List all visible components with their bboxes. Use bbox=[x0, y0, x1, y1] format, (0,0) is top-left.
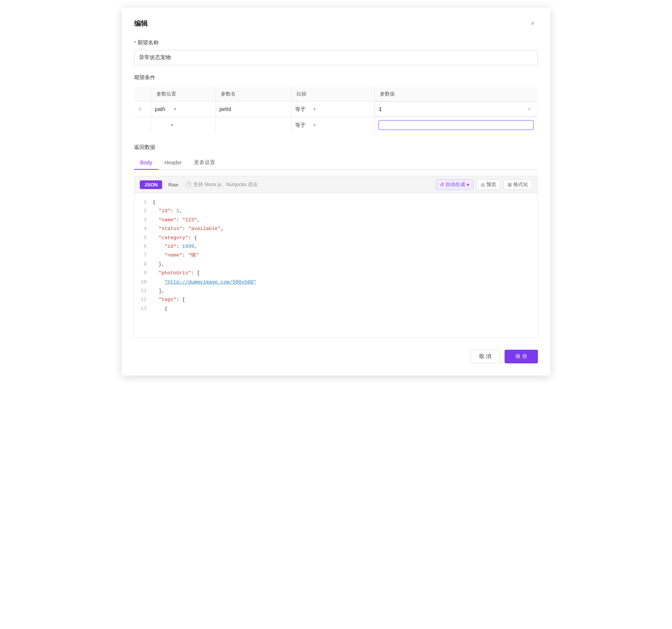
drag-handle-cell: ≡ bbox=[134, 102, 151, 117]
code-line: 3 "name": "123", bbox=[134, 216, 538, 224]
code-line: 10 "http://dummyimage.com/500x500" bbox=[134, 278, 538, 286]
chevron-down-icon: ▾ bbox=[171, 122, 173, 128]
dialog-title: 编辑 bbox=[134, 19, 148, 28]
info-icon: ? bbox=[186, 182, 192, 188]
param-name-cell[interactable] bbox=[216, 102, 291, 117]
line-num: 9 bbox=[134, 269, 153, 277]
tab-body[interactable]: Body bbox=[134, 156, 158, 170]
auto-gen-button[interactable]: ↺ 自动生成 ▾ bbox=[436, 179, 474, 190]
col-pos-header: 参数位置 bbox=[151, 87, 216, 102]
value-cell-2[interactable] bbox=[375, 117, 538, 133]
line-num: 3 bbox=[134, 216, 153, 224]
position-cell[interactable]: path query ▾ bbox=[151, 117, 216, 133]
compare-cell[interactable]: 等于 不等于 ▾ bbox=[291, 117, 375, 133]
line-content: { bbox=[153, 304, 538, 313]
chevron-down-icon: ▾ bbox=[313, 122, 316, 128]
chevron-down-icon: ▾ bbox=[313, 106, 316, 112]
code-line: 5 "category": { bbox=[134, 233, 538, 242]
line-content: "name": "123", bbox=[153, 216, 538, 224]
name-field-group: * 期望名称 bbox=[134, 39, 538, 65]
table-row: path query ▾ 等于 不等于 ▾ bbox=[134, 117, 538, 133]
tabs-bar: Body Header 更多设置 bbox=[134, 156, 538, 170]
chevron-down-icon: ▾ bbox=[467, 182, 469, 188]
cancel-button[interactable]: 取 消 bbox=[470, 350, 500, 363]
col-value-header: 参数值 bbox=[375, 87, 538, 102]
line-num: 5 bbox=[134, 233, 153, 242]
close-icon: × bbox=[531, 20, 535, 28]
save-button[interactable]: 保 存 bbox=[505, 350, 538, 363]
line-num: 8 bbox=[134, 260, 153, 269]
line-content: ], bbox=[153, 286, 538, 295]
line-num: 13 bbox=[134, 304, 153, 313]
code-line: 8 }, bbox=[134, 260, 538, 269]
line-content: "id": 1999, bbox=[153, 242, 538, 251]
line-content: }, bbox=[153, 260, 538, 269]
code-line: 12 "tags": [ bbox=[134, 295, 538, 304]
format-icon: ⊞ bbox=[508, 182, 512, 188]
compare-cell[interactable]: 等于 不等于 包含 ▾ bbox=[291, 102, 375, 117]
line-content: "http://dummyimage.com/500x500" bbox=[153, 278, 538, 286]
col-compare-header: 比较 bbox=[291, 87, 375, 102]
code-line: 2 "id": 1, bbox=[134, 207, 538, 215]
json-button[interactable]: JSON bbox=[140, 180, 162, 189]
toolbar-right: ↺ 自动生成 ▾ ◎ 预览 ⊞ 格式化 bbox=[436, 179, 532, 190]
dialog-header: 编辑 × bbox=[134, 18, 538, 29]
compare-select[interactable]: 等于 不等于 包含 bbox=[295, 106, 311, 112]
line-num: 1 bbox=[134, 198, 153, 207]
line-content: { bbox=[153, 198, 538, 207]
code-line: 1 { bbox=[134, 198, 538, 207]
line-num: 4 bbox=[134, 224, 153, 233]
conditions-label: 期望条件 bbox=[134, 74, 538, 81]
refresh-icon: ↺ bbox=[440, 182, 444, 188]
chevron-down-icon: ▾ bbox=[174, 106, 176, 112]
line-num: 6 bbox=[134, 242, 153, 251]
mock-hint: ? 支持 Mock.js、Nunjucks 语法 bbox=[186, 181, 258, 188]
param-name-cell[interactable] bbox=[216, 117, 291, 133]
line-num: 2 bbox=[134, 207, 153, 215]
format-button[interactable]: ⊞ 格式化 bbox=[503, 179, 532, 190]
name-input[interactable] bbox=[134, 50, 538, 65]
edit-dialog: 编辑 × * 期望名称 期望条件 参数位置 参数名 比较 参数值 bbox=[122, 8, 550, 376]
param-name-input-2[interactable] bbox=[219, 122, 287, 128]
position-select[interactable]: path query header body bbox=[155, 106, 172, 112]
code-toolbar: JSON Raw ? 支持 Mock.js、Nunjucks 语法 ↺ 自动生成… bbox=[134, 176, 538, 193]
code-editor-wrapper: JSON Raw ? 支持 Mock.js、Nunjucks 语法 ↺ 自动生成… bbox=[134, 176, 538, 338]
code-line: 11 ], bbox=[134, 286, 538, 295]
line-num: 7 bbox=[134, 251, 153, 260]
code-area[interactable]: 1 { 2 "id": 1, 3 "name": "123", 4 "statu… bbox=[134, 193, 538, 337]
drag-handle-icon[interactable]: ≡ bbox=[138, 106, 142, 112]
dialog-footer: 取 消 保 存 bbox=[134, 350, 538, 363]
value-cell[interactable]: × bbox=[375, 102, 538, 117]
return-data-label: 返回数据 bbox=[134, 144, 538, 151]
code-line: 4 "status": "available", bbox=[134, 224, 538, 233]
remove-row-button[interactable]: × bbox=[525, 105, 533, 113]
drag-handle-cell bbox=[134, 117, 151, 133]
param-name-input[interactable] bbox=[219, 106, 287, 112]
tab-header[interactable]: Header bbox=[158, 156, 188, 170]
code-line: 9 "photoUrls": [ bbox=[134, 269, 538, 277]
line-num: 12 bbox=[134, 295, 153, 304]
line-num: 10 bbox=[134, 278, 153, 286]
preview-button[interactable]: ◎ 预览 bbox=[477, 179, 500, 190]
compare-select-2[interactable]: 等于 不等于 bbox=[295, 122, 311, 128]
required-star: * bbox=[134, 40, 136, 46]
code-line: 6 "id": 1999, bbox=[134, 242, 538, 251]
line-content: "category": { bbox=[153, 233, 538, 242]
conditions-table: 参数位置 参数名 比较 参数值 ≡ path query header bbox=[134, 86, 538, 133]
return-data-section: 返回数据 Body Header 更多设置 JSON Raw ? 支持 Mock… bbox=[134, 144, 538, 338]
line-num: 11 bbox=[134, 286, 153, 295]
code-line: 13 { bbox=[134, 304, 538, 313]
param-value-input[interactable] bbox=[379, 106, 523, 112]
position-cell[interactable]: path query header body ▾ bbox=[151, 102, 216, 117]
line-content: "status": "available", bbox=[153, 224, 538, 233]
table-row: ≡ path query header body ▾ bbox=[134, 102, 538, 117]
tab-more-settings[interactable]: 更多设置 bbox=[188, 156, 221, 170]
eye-icon: ◎ bbox=[481, 182, 485, 188]
close-button[interactable]: × bbox=[527, 18, 538, 29]
position-select[interactable]: path query bbox=[155, 122, 169, 128]
col-drag-header bbox=[134, 87, 151, 102]
param-value-input-2[interactable] bbox=[378, 120, 534, 130]
code-line: 7 "name": "猫" bbox=[134, 251, 538, 260]
line-content: "photoUrls": [ bbox=[153, 269, 538, 277]
raw-button[interactable]: Raw bbox=[165, 180, 181, 189]
